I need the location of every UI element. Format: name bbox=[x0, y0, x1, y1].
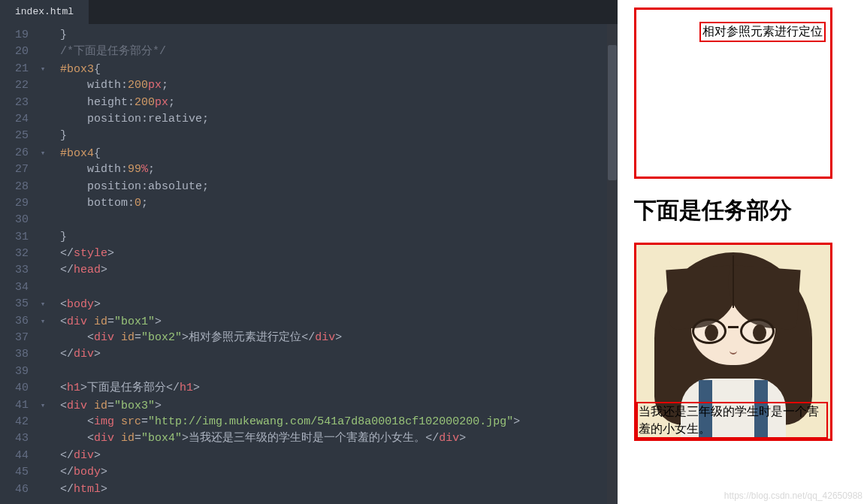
code-line[interactable]: } bbox=[39, 229, 618, 246]
code-line[interactable]: width:200px; bbox=[39, 77, 618, 94]
line-number: 35 bbox=[0, 296, 29, 312]
tab-bar: index.html bbox=[0, 0, 618, 24]
line-number: 32 bbox=[0, 246, 29, 262]
line-number: 40 bbox=[0, 380, 29, 397]
code-line[interactable]: <img src="http://img.mukewang.com/541a7d… bbox=[39, 414, 618, 430]
line-number: 28 bbox=[0, 179, 29, 195]
fold-marker[interactable]: ▾ bbox=[39, 397, 47, 414]
preview-heading: 下面是任务部分 bbox=[634, 195, 861, 226]
fold-marker[interactable]: ▾ bbox=[39, 61, 47, 77]
code-line[interactable]: </head> bbox=[39, 262, 618, 279]
line-number-gutter: 1920212223242526272829303132333435363738… bbox=[0, 24, 35, 504]
code-line[interactable]: height:200px; bbox=[39, 95, 618, 111]
code-line[interactable]: </html> bbox=[39, 481, 618, 498]
box2: 相对参照元素进行定位 bbox=[699, 22, 826, 42]
editor-scroll-thumb[interactable] bbox=[608, 45, 617, 180]
line-number: 42 bbox=[0, 414, 29, 430]
code-line[interactable]: ▾ <div id="box1"> bbox=[39, 313, 618, 330]
line-number: 23 bbox=[0, 95, 29, 111]
line-number: 36 bbox=[0, 313, 29, 330]
code-line[interactable]: </div> bbox=[39, 346, 618, 363]
line-number: 19 bbox=[0, 27, 29, 44]
line-number: 38 bbox=[0, 346, 29, 363]
code-line[interactable]: ▾ #box3{ bbox=[39, 61, 618, 77]
code-line[interactable]: bottom:0; bbox=[39, 195, 618, 212]
line-number: 39 bbox=[0, 364, 29, 380]
line-number: 43 bbox=[0, 430, 29, 447]
code-line[interactable]: <div id="box2">相对参照元素进行定位</div> bbox=[39, 330, 618, 346]
line-number: 33 bbox=[0, 262, 29, 279]
line-number: 30 bbox=[0, 212, 29, 228]
line-number: 27 bbox=[0, 161, 29, 178]
line-number: 41 bbox=[0, 397, 29, 414]
code-line[interactable]: position:absolute; bbox=[39, 179, 618, 195]
line-number: 26 bbox=[0, 145, 29, 161]
code-line[interactable]: position:relative; bbox=[39, 111, 618, 128]
code-line[interactable]: </style> bbox=[39, 246, 618, 262]
code-line[interactable]: ▾ #box4{ bbox=[39, 145, 618, 161]
line-number: 34 bbox=[0, 279, 29, 296]
code-line[interactable] bbox=[39, 212, 618, 228]
fold-marker[interactable]: ▾ bbox=[39, 296, 47, 312]
line-number: 20 bbox=[0, 44, 29, 60]
code-line[interactable]: } bbox=[39, 128, 618, 144]
tab-index-html[interactable]: index.html bbox=[0, 0, 89, 24]
watermark: https://blog.csdn.net/qq_42650988 bbox=[724, 490, 862, 501]
code-line[interactable]: /*下面是任务部分*/ bbox=[39, 44, 618, 60]
box3: 当我还是三年级的学生时是一个害羞的小女生。 bbox=[634, 243, 832, 441]
fold-marker[interactable]: ▾ bbox=[39, 145, 47, 161]
code-line[interactable]: </div> bbox=[39, 448, 618, 464]
code-line[interactable]: ▾ <body> bbox=[39, 296, 618, 312]
line-number: 37 bbox=[0, 330, 29, 346]
line-number: 22 bbox=[0, 77, 29, 94]
code-content[interactable]: } /*下面是任务部分*/▾ #box3{ width:200px; heigh… bbox=[35, 24, 618, 504]
browser-preview-pane: 相对参照元素进行定位 下面是任务部分 当我还是三年级的学生时是一个害羞的小女生。… bbox=[618, 0, 867, 504]
code-line[interactable]: <h1>下面是任务部分</h1> bbox=[39, 380, 618, 397]
line-number: 46 bbox=[0, 481, 29, 498]
line-number: 21 bbox=[0, 61, 29, 77]
line-number: 24 bbox=[0, 111, 29, 128]
code-line[interactable]: </body> bbox=[39, 464, 618, 481]
code-area[interactable]: 1920212223242526272829303132333435363738… bbox=[0, 24, 618, 504]
code-line[interactable]: <div id="box4">当我还是三年级的学生时是一个害羞的小女生。</di… bbox=[39, 430, 618, 447]
line-number: 29 bbox=[0, 195, 29, 212]
line-number: 44 bbox=[0, 448, 29, 464]
line-number: 25 bbox=[0, 128, 29, 144]
code-line[interactable]: ▾ <div id="box3"> bbox=[39, 397, 618, 414]
line-number: 31 bbox=[0, 229, 29, 246]
editor-scrollbar[interactable] bbox=[607, 24, 618, 504]
code-line[interactable]: } bbox=[39, 27, 618, 44]
code-line[interactable] bbox=[39, 364, 618, 380]
fold-marker[interactable]: ▾ bbox=[39, 313, 47, 330]
code-line[interactable]: width:99%; bbox=[39, 161, 618, 178]
box1: 相对参照元素进行定位 bbox=[634, 8, 832, 179]
line-number: 45 bbox=[0, 464, 29, 481]
box4: 当我还是三年级的学生时是一个害羞的小女生。 bbox=[636, 402, 828, 439]
code-line[interactable] bbox=[39, 279, 618, 296]
code-editor-pane: index.html 19202122232425262728293031323… bbox=[0, 0, 618, 504]
